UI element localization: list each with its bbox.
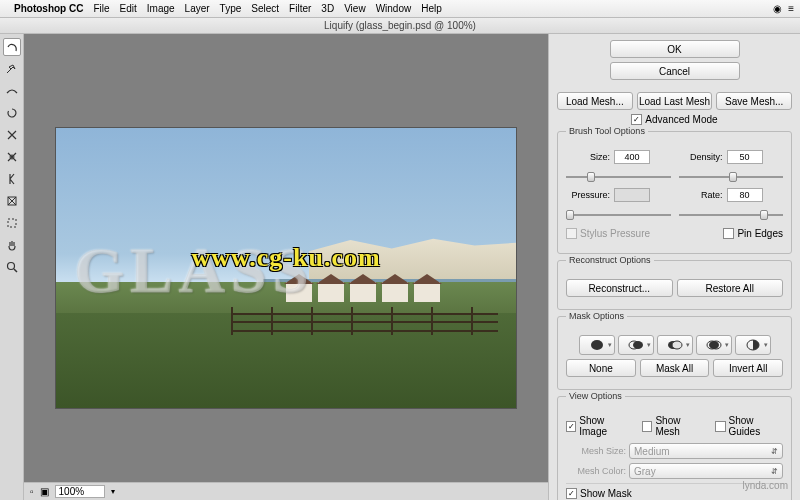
svg-point-8 xyxy=(672,341,682,349)
bloat-tool[interactable] xyxy=(3,148,21,166)
canvas-statusbar: ▫ ▣ 100% ▾ xyxy=(24,482,548,500)
menu-help[interactable]: Help xyxy=(421,3,442,14)
pressure-input xyxy=(614,188,650,202)
hand-tool[interactable] xyxy=(3,236,21,254)
menu-select[interactable]: Select xyxy=(251,3,279,14)
ok-button[interactable]: OK xyxy=(610,40,740,58)
advanced-mode-checkbox[interactable] xyxy=(631,114,642,125)
mask-subtract-button[interactable]: ▾ xyxy=(657,335,693,355)
zoom-dropdown-icon[interactable]: ▾ xyxy=(111,487,115,496)
pressure-slider xyxy=(566,208,671,222)
mask-invert-button[interactable]: ▾ xyxy=(735,335,771,355)
svg-rect-2 xyxy=(8,219,16,227)
mesh-size-select: Medium⇵ xyxy=(629,443,783,459)
mask-add-button[interactable]: ▾ xyxy=(618,335,654,355)
system-menubar: Photoshop CC File Edit Image Layer Type … xyxy=(0,0,800,18)
canvas-area: GLASS www.cg-ku.com ▫ ▣ 100% ▾ xyxy=(24,34,548,500)
zoom-level-input[interactable]: 100% xyxy=(55,485,105,498)
menu-file[interactable]: File xyxy=(93,3,109,14)
menu-image[interactable]: Image xyxy=(147,3,175,14)
menu-view[interactable]: View xyxy=(344,3,366,14)
mask-all-button[interactable]: Mask All xyxy=(640,359,710,377)
mask-replace-button[interactable]: ▾ xyxy=(579,335,615,355)
show-mesh-checkbox[interactable] xyxy=(642,421,652,432)
reconstruct-button[interactable]: Reconstruct... xyxy=(566,279,673,297)
app-name[interactable]: Photoshop CC xyxy=(14,3,83,14)
window-title: Liquify (glass_begin.psd @ 100%) xyxy=(324,20,476,31)
menu-edit[interactable]: Edit xyxy=(120,3,137,14)
canvas-viewport[interactable]: GLASS www.cg-ku.com xyxy=(24,34,548,482)
stylus-pressure-label: Stylus Pressure xyxy=(580,228,650,239)
reconstruct-tool[interactable] xyxy=(3,60,21,78)
show-image-label: Show Image xyxy=(579,415,630,437)
show-mask-label: Show Mask xyxy=(580,488,632,499)
lynda-branding: lynda.com xyxy=(742,473,788,494)
pin-edges-checkbox[interactable] xyxy=(723,228,734,239)
smooth-tool[interactable] xyxy=(3,82,21,100)
zoom-out-icon[interactable]: ▫ xyxy=(30,486,34,497)
load-last-mesh-button[interactable]: Load Last Mesh xyxy=(637,92,713,110)
size-input[interactable]: 400 xyxy=(614,150,650,164)
window-titlebar: Liquify (glass_begin.psd @ 100%) xyxy=(0,18,800,34)
mesh-color-label: Mesh Color: xyxy=(566,466,626,476)
show-mesh-label: Show Mesh xyxy=(655,415,703,437)
menu-3d[interactable]: 3D xyxy=(321,3,334,14)
zoom-tool[interactable] xyxy=(3,258,21,276)
stylus-pressure-checkbox xyxy=(566,228,577,239)
twirl-tool[interactable] xyxy=(3,104,21,122)
view-group-title: View Options xyxy=(566,391,625,401)
rate-label: Rate: xyxy=(679,190,723,200)
save-mesh-button[interactable]: Save Mesh... xyxy=(716,92,792,110)
mask-group-title: Mask Options xyxy=(566,311,627,321)
rate-slider[interactable] xyxy=(679,208,784,222)
cancel-button[interactable]: Cancel xyxy=(610,62,740,80)
size-label: Size: xyxy=(566,152,610,162)
load-mesh-button[interactable]: Load Mesh... xyxy=(557,92,633,110)
menu-type[interactable]: Type xyxy=(220,3,242,14)
forward-warp-tool[interactable] xyxy=(3,38,21,56)
menu-filter[interactable]: Filter xyxy=(289,3,311,14)
show-guides-label: Show Guides xyxy=(729,415,784,437)
pin-edges-label: Pin Edges xyxy=(737,228,783,239)
density-slider[interactable] xyxy=(679,170,784,184)
restore-all-button[interactable]: Restore All xyxy=(677,279,784,297)
liquify-toolbar xyxy=(0,34,24,500)
mask-none-button[interactable]: None xyxy=(566,359,636,377)
mask-invert-all-button[interactable]: Invert All xyxy=(713,359,783,377)
brush-group-title: Brush Tool Options xyxy=(566,126,648,136)
size-slider[interactable] xyxy=(566,170,671,184)
sync-icon[interactable]: ≡ xyxy=(788,3,794,14)
rate-input[interactable]: 80 xyxy=(727,188,763,202)
svg-point-6 xyxy=(633,341,643,349)
zoom-in-icon[interactable]: ▣ xyxy=(40,486,49,497)
cc-status-icon[interactable]: ◉ xyxy=(773,3,782,14)
document-canvas[interactable]: GLASS www.cg-ku.com xyxy=(56,128,516,408)
brush-tool-options-group: Brush Tool Options Size: 400 Density: 50 xyxy=(557,131,792,254)
thaw-mask-tool[interactable] xyxy=(3,214,21,232)
watermark-text: www.cg-ku.com xyxy=(191,243,380,273)
freeze-mask-tool[interactable] xyxy=(3,192,21,210)
density-input[interactable]: 50 xyxy=(727,150,763,164)
pressure-label: Pressure: xyxy=(566,190,610,200)
liquify-options-panel: OK Cancel Load Mesh... Load Last Mesh Sa… xyxy=(548,34,800,500)
svg-point-4 xyxy=(591,340,603,350)
menu-layer[interactable]: Layer xyxy=(185,3,210,14)
mesh-size-label: Mesh Size: xyxy=(566,446,626,456)
density-label: Density: xyxy=(679,152,723,162)
pucker-tool[interactable] xyxy=(3,126,21,144)
svg-point-3 xyxy=(7,263,14,270)
show-guides-checkbox[interactable] xyxy=(715,421,725,432)
reconstruct-options-group: Reconstruct Options Reconstruct... Resto… xyxy=(557,260,792,310)
push-left-tool[interactable] xyxy=(3,170,21,188)
show-mask-checkbox[interactable] xyxy=(566,488,577,499)
mask-intersect-button[interactable]: ▾ xyxy=(696,335,732,355)
mask-options-group: Mask Options ▾ ▾ ▾ ▾ ▾ None Mask All Inv… xyxy=(557,316,792,390)
reconstruct-group-title: Reconstruct Options xyxy=(566,255,654,265)
show-image-checkbox[interactable] xyxy=(566,421,576,432)
menu-window[interactable]: Window xyxy=(376,3,412,14)
advanced-mode-label: Advanced Mode xyxy=(645,114,717,125)
